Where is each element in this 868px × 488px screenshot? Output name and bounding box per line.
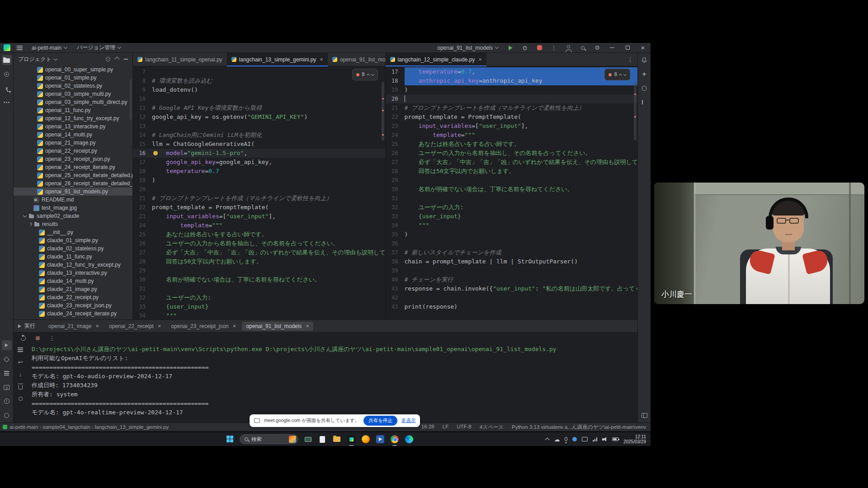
tree-item[interactable]: claude_24_receipt_iterate.py	[14, 310, 132, 318]
close-tab-icon[interactable]: ×	[95, 323, 99, 329]
onedrive-cloud-icon[interactable]: ☁	[554, 436, 560, 442]
error-stripe-mark[interactable]	[634, 116, 636, 117]
tree-item[interactable]: openai_91_list_models.py	[14, 188, 132, 196]
tree-item[interactable]: claude_01_simple.py	[14, 236, 132, 244]
pycharm-taskbar-button[interactable]	[346, 434, 356, 444]
inspections-widget[interactable]: 8	[352, 69, 378, 80]
tree-item[interactable]: sample02_claude	[14, 212, 132, 220]
settings-button[interactable]: ⚙	[592, 43, 603, 52]
next-error-icon[interactable]	[623, 72, 627, 75]
tree-item[interactable]: claude_21_image.py	[14, 285, 132, 293]
hide-banner-link[interactable]: 非表示	[401, 418, 416, 424]
tree-item[interactable]: claude_02_stateless.py	[14, 244, 132, 253]
run-console-output[interactable]: D:\projects\小川さん講座のヤツ\ai-petit-main\venv…	[27, 343, 637, 422]
run-window-title[interactable]: 実行	[18, 322, 35, 330]
tree-item[interactable]: claude_14_multi.py	[14, 277, 132, 285]
chevron-down-icon[interactable]	[23, 213, 27, 217]
clear-console-button[interactable]	[16, 383, 24, 390]
tree-item[interactable]: openai_02_stateless.py	[14, 82, 132, 90]
run-button[interactable]	[505, 43, 516, 52]
meet-camera-indicator-icon[interactable]	[572, 437, 577, 441]
taskview-button[interactable]	[303, 434, 313, 444]
hidden-icons-chevron[interactable]	[545, 438, 550, 442]
select-opened-file-icon[interactable]	[106, 57, 110, 61]
tree-scrollbar[interactable]	[130, 79, 132, 120]
ai-assistant-button[interactable]	[639, 69, 649, 79]
editor-tab[interactable]: langchain_12_simple_claude.py×	[386, 53, 486, 66]
next-error-icon[interactable]	[371, 72, 374, 75]
tree-item[interactable]: openai_13_interactive.py	[14, 122, 132, 131]
editor-scrollbar[interactable]	[382, 82, 384, 141]
close-tab-icon[interactable]: ×	[478, 56, 482, 62]
notifications-button[interactable]	[639, 55, 649, 65]
error-stripe-mark[interactable]	[382, 98, 384, 99]
run-tab[interactable]: openai_23_receipt_json×	[167, 322, 240, 331]
status-widget[interactable]: LF	[443, 424, 448, 431]
tree-item[interactable]: openai_21_image.py	[14, 139, 132, 147]
media-app-button[interactable]	[375, 434, 385, 444]
project-selector[interactable]: ai-petit-main	[28, 44, 70, 52]
inspections-widget[interactable]: 8	[604, 69, 630, 80]
start-button[interactable]	[225, 434, 235, 444]
code-editor-right[interactable]: 17 temperature=0.7,18 anthropic_api_key=…	[386, 66, 638, 319]
debug-button[interactable]	[519, 43, 530, 52]
display-icon[interactable]	[582, 437, 588, 441]
pin-console-button[interactable]	[16, 395, 24, 402]
intention-bulb-icon[interactable]	[153, 151, 158, 155]
run-tool-button[interactable]	[2, 340, 12, 350]
editor-tab[interactable]: langchain_11_simple_openai.py	[133, 53, 227, 66]
run-tab[interactable]: openai_91_list_models×	[242, 322, 313, 331]
minimize-button[interactable]	[606, 43, 618, 52]
layout-settings-button[interactable]	[639, 410, 649, 420]
breadcrumb-item[interactable]: sample04_langchain	[42, 424, 90, 430]
status-widget[interactable]: 16:28	[421, 424, 434, 431]
commit-tool-button[interactable]	[2, 69, 12, 79]
tree-item[interactable]: openai_22_receipt.py	[14, 147, 132, 155]
tree-item[interactable]: openai_12_func_try_except.py	[14, 114, 132, 122]
editor-tab[interactable]: langchain_13_simple_gemini.py×	[227, 53, 328, 66]
tree-item[interactable]: openai_00_super_simple.py	[14, 66, 132, 74]
vcs-widget[interactable]: バージョン管理	[74, 43, 124, 52]
rerun-button[interactable]	[19, 334, 27, 342]
terminal-tool-button[interactable]	[2, 382, 12, 392]
run-config-selector[interactable]: openai_91_list_models	[434, 44, 501, 52]
code-with-me-button[interactable]	[563, 43, 574, 52]
tree-item[interactable]: openai_26_receipt_iterate_detailed_self.…	[14, 179, 132, 188]
python-console-tool-button[interactable]	[2, 410, 12, 420]
stop-button[interactable]	[534, 43, 545, 52]
tree-item[interactable]: claude_11_func.py	[14, 253, 132, 261]
prev-error-icon[interactable]	[619, 74, 622, 77]
project-tool-button[interactable]	[2, 55, 12, 65]
services-tool-button[interactable]	[2, 368, 12, 378]
volume-icon[interactable]	[602, 437, 607, 441]
scroll-to-end-button[interactable]: ↓	[16, 371, 24, 378]
microphone-icon[interactable]	[565, 437, 567, 441]
main-menu-button[interactable]	[14, 43, 25, 52]
close-button[interactable]: ×	[637, 43, 649, 52]
more-actions-button[interactable]: ⋮	[548, 43, 559, 52]
chevron-down-icon[interactable]	[53, 56, 57, 60]
close-tab-icon[interactable]: ×	[233, 323, 236, 329]
tree-item[interactable]: openai_03_simple_multi.py	[14, 90, 132, 98]
chrome-button[interactable]	[390, 434, 400, 444]
tree-item[interactable]: results	[14, 220, 132, 228]
more-tabs-icon[interactable]: ⋮	[623, 56, 637, 63]
tree-item[interactable]: claude_12_func_try_except.py	[14, 261, 132, 269]
notepad-button[interactable]	[317, 434, 327, 444]
tree-item[interactable]: claude_23_receipt_json.py	[14, 301, 132, 310]
stop-process-button[interactable]	[33, 334, 42, 342]
tree-item[interactable]: openai_24_receipt_iterate.py	[14, 163, 132, 171]
error-stripe-mark[interactable]	[634, 94, 636, 95]
pull-requests-tool-button[interactable]	[2, 83, 12, 93]
code-editor-left[interactable]: 78# 環境変数を読み込む9load_dotenv()1011# Google …	[133, 66, 385, 319]
maximize-button[interactable]	[622, 43, 633, 52]
project-tree[interactable]: openai_00_super_simple.pyopenai_01_simpl…	[14, 66, 132, 319]
status-widget[interactable]: Python 3.13 virtualenv a...ん講座のヤツ\ai-pet…	[512, 424, 646, 431]
webcam-video[interactable]: 小川慶一	[654, 183, 864, 304]
status-widget[interactable]: 4スペース	[480, 424, 504, 431]
taskbar-search[interactable]: 検索	[240, 434, 298, 444]
tree-item[interactable]: openai_23_receipt_json.py	[14, 155, 132, 163]
tree-item[interactable]: M↓README.md	[14, 196, 132, 204]
tree-item[interactable]: claude_13_interactive.py	[14, 269, 132, 277]
console-settings-button[interactable]	[16, 346, 24, 353]
